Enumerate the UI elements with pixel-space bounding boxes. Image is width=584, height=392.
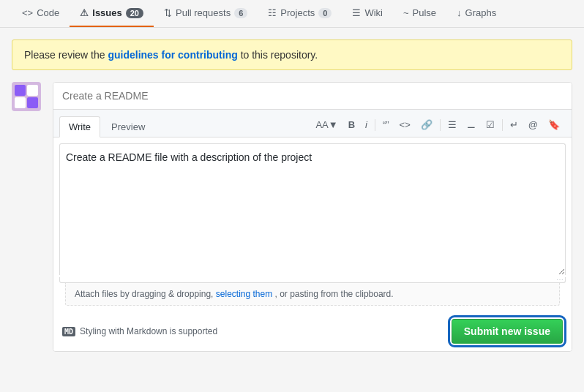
issue-title-input[interactable] [53, 83, 572, 110]
tab-issues-label: Issues [92, 7, 121, 18]
avatar-cell-3 [15, 97, 26, 108]
toolbar-bold[interactable]: B [345, 118, 358, 132]
tab-graphs-label: Graphs [465, 7, 497, 18]
avatar-cell-1 [15, 85, 26, 96]
avatar-cell-4 [27, 97, 38, 108]
toolbar-list-unordered[interactable]: ☰ [445, 118, 460, 132]
tab-projects-label: Projects [280, 7, 315, 18]
alert-banner: Please review the guidelines for contrib… [12, 39, 572, 70]
toolbar-heading[interactable]: AA▼ [312, 118, 340, 132]
tab-issues[interactable]: ⚠ Issues 20 [70, 0, 154, 27]
code-icon: <> [400, 119, 411, 130]
editor-section: ⋯ Attach files by dragging & dropping, s… [53, 137, 572, 312]
code-icon: <> [22, 7, 33, 18]
graphs-icon: ↓ [457, 7, 462, 18]
toolbar-sep-3 [502, 119, 503, 131]
toolbar-bookmark[interactable]: 🔖 [545, 118, 563, 132]
markdown-hint: MD Styling with Markdown is supported [62, 326, 217, 336]
toolbar-sep-1 [375, 119, 375, 131]
bold-icon: B [348, 119, 355, 130]
editor-tabs-bar: Write Preview AA▼ B i “” [53, 110, 572, 137]
toolbar-mention[interactable]: @ [525, 118, 541, 132]
toolbar-list-ordered[interactable]: ⚊ [464, 118, 479, 132]
file-attach-suffix: , or pasting from the clipboard. [275, 289, 394, 299]
resize-dots-icon: ⋯ [556, 276, 564, 284]
toolbar-code[interactable]: <> [397, 118, 413, 132]
reply-icon: ↵ [510, 119, 518, 130]
projects-badge: 0 [318, 8, 332, 18]
tab-wiki-label: Wiki [364, 7, 383, 18]
toolbar-link[interactable]: 🔗 [418, 118, 435, 132]
tab-preview[interactable]: Preview [102, 116, 154, 137]
avatar-column [12, 82, 41, 352]
toolbar-italic[interactable]: i [362, 118, 370, 132]
tab-pulse-label: Pulse [413, 7, 437, 18]
tab-wiki[interactable]: ☰ Wiki [342, 0, 393, 27]
mention-icon: @ [528, 119, 538, 130]
nav-tabs: <> Code ⚠ Issues 20 ⇅ Pull requests 6 ☷ … [0, 0, 584, 28]
markdown-hint-text: Styling with Markdown is supported [80, 326, 217, 336]
pulse-icon: ~ [403, 7, 409, 18]
issue-body-textarea[interactable] [59, 143, 566, 275]
tab-pr-label: Pull requests [176, 7, 231, 18]
task-icon: ☑ [486, 119, 495, 130]
heading-icon: AA▼ [315, 119, 337, 130]
toolbar-reply[interactable]: ↵ [507, 118, 521, 132]
resize-handle[interactable]: ⋯ [59, 277, 566, 283]
tab-projects[interactable]: ☷ Projects 0 [258, 0, 342, 27]
alert-link[interactable]: guidelines for contributing [108, 49, 237, 61]
link-icon: 🔗 [421, 119, 433, 130]
tab-pulse[interactable]: ~ Pulse [393, 0, 446, 27]
issue-form: Write Preview AA▼ B i “” [53, 82, 572, 352]
alert-suffix: to this repository. [241, 49, 318, 61]
tab-pull-requests[interactable]: ⇅ Pull requests 6 [154, 0, 258, 27]
form-footer: MD Styling with Markdown is supported Su… [53, 312, 572, 351]
avatar-cell-2 [27, 85, 38, 96]
quote-icon: “” [383, 119, 389, 130]
editor-toolbar: AA▼ B i “” <> 🔗 [312, 118, 566, 135]
file-attach-prefix: Attach files by dragging & dropping, [75, 289, 213, 299]
avatar [12, 82, 41, 111]
wiki-icon: ☰ [352, 7, 361, 18]
page-wrapper: <> Code ⚠ Issues 20 ⇅ Pull requests 6 ☷ … [0, 0, 584, 392]
submit-new-issue-button[interactable]: Submit new issue [452, 319, 563, 344]
bookmark-icon: 🔖 [548, 119, 560, 130]
file-attach-area: Attach files by dragging & dropping, sel… [65, 283, 560, 306]
toolbar-quote[interactable]: “” [380, 118, 392, 132]
ol-icon: ⚊ [467, 119, 476, 130]
main-content: Write Preview AA▼ B i “” [0, 82, 584, 363]
italic-icon: i [365, 119, 367, 130]
alert-prefix: Please review the [24, 49, 105, 61]
issues-icon: ⚠ [80, 7, 89, 18]
toolbar-list-task[interactable]: ☑ [483, 118, 498, 132]
pull-request-icon: ⇅ [164, 7, 172, 18]
toolbar-sep-2 [440, 119, 441, 131]
issues-badge: 20 [126, 8, 143, 18]
selecting-them-link[interactable]: selecting them [216, 289, 272, 299]
tab-write[interactable]: Write [59, 116, 100, 137]
pr-badge: 6 [234, 8, 247, 18]
tab-code-label: Code [37, 7, 59, 18]
markdown-icon: MD [62, 327, 75, 336]
projects-icon: ☷ [268, 7, 277, 18]
tab-code[interactable]: <> Code [12, 0, 70, 27]
tab-graphs[interactable]: ↓ Graphs [446, 0, 506, 27]
ul-icon: ☰ [448, 119, 457, 130]
